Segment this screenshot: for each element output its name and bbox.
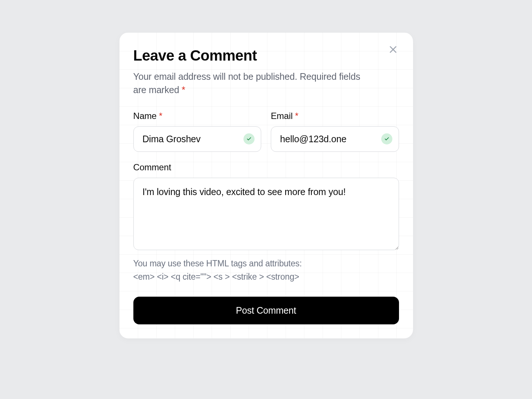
name-field-group: Name *: [133, 111, 262, 152]
comment-label: Comment: [133, 162, 399, 173]
email-field-group: Email *: [271, 111, 399, 152]
required-marker: *: [159, 111, 162, 121]
email-input[interactable]: [271, 126, 399, 152]
modal-title: Leave a Comment: [133, 47, 399, 64]
help-prefix: You may use these HTML tags and attribut…: [133, 259, 302, 268]
comment-field-group: Comment You may use these HTML tags and …: [133, 162, 399, 283]
subtitle-text: Your email address will not be published…: [133, 71, 360, 95]
close-button[interactable]: [386, 43, 400, 56]
check-icon: [384, 136, 389, 141]
name-input[interactable]: [133, 126, 262, 152]
post-comment-button[interactable]: Post Comment: [133, 297, 399, 324]
name-valid-badge: [243, 133, 255, 144]
name-label: Name *: [133, 111, 262, 121]
name-input-wrap: [133, 126, 262, 152]
name-label-text: Name: [133, 111, 157, 121]
comment-textarea[interactable]: [133, 178, 399, 250]
close-icon: [388, 45, 398, 54]
name-email-row: Name * Email *: [133, 111, 399, 152]
help-tags: <em> <i> <q cite=""> <s > <strike > <str…: [133, 271, 399, 283]
check-icon: [246, 136, 252, 141]
email-valid-badge: [381, 133, 392, 144]
email-label: Email *: [271, 111, 399, 121]
required-marker: *: [295, 111, 298, 121]
email-label-text: Email: [271, 111, 293, 121]
modal-subtitle: Your email address will not be published…: [133, 70, 370, 97]
email-input-wrap: [271, 126, 399, 152]
required-marker: *: [182, 85, 185, 95]
help-text: You may use these HTML tags and attribut…: [133, 258, 399, 283]
comment-modal: Leave a Comment Your email address will …: [119, 33, 413, 338]
